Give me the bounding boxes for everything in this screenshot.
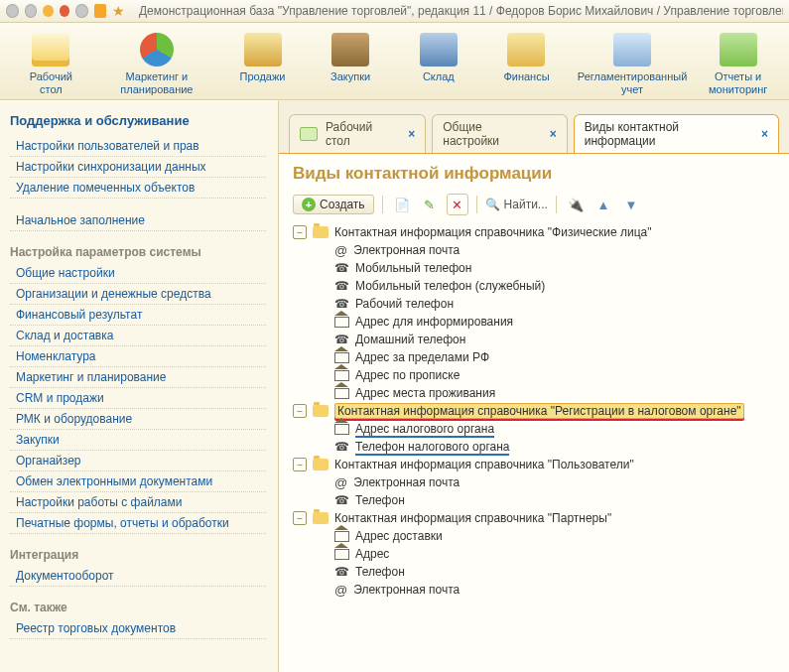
folder-icon xyxy=(313,512,329,524)
sidebar-link-param-2[interactable]: Финансовый результат xyxy=(10,305,266,326)
nav-purchase[interactable]: Закупки xyxy=(310,27,392,97)
tree-item[interactable]: ☎Телефон xyxy=(315,563,775,581)
tree-label: Мобильный телефон xyxy=(355,261,471,275)
tree-item[interactable]: Адрес за пределами РФ xyxy=(315,348,775,366)
tree-item[interactable]: Адрес xyxy=(315,545,775,563)
phone-icon: ☎ xyxy=(334,279,349,293)
finance-icon xyxy=(507,33,545,67)
page-content: Виды контактной информации + Создать 📄 ✎… xyxy=(279,153,789,672)
tree-item[interactable]: Адрес по прописке xyxy=(315,366,775,384)
delete-button[interactable]: ✕ xyxy=(447,194,468,215)
sidebar-link-param-1[interactable]: Организации и денежные средства xyxy=(10,284,266,305)
window-close[interactable] xyxy=(60,5,70,17)
separator xyxy=(382,196,383,213)
copy-button[interactable]: 📄 xyxy=(391,194,413,215)
nav-label: Финансы xyxy=(486,70,567,83)
tree-item[interactable]: ☎Мобильный телефон xyxy=(315,259,775,277)
tree-label: Контактная информация справочника "Регис… xyxy=(334,403,744,419)
phone-icon: ☎ xyxy=(334,297,349,311)
nav-finance[interactable]: Финансы xyxy=(485,27,568,97)
tree-item[interactable]: Адрес для информирования xyxy=(315,313,775,331)
tree-toggle[interactable]: – xyxy=(293,404,307,418)
tree-label: Электронная почта xyxy=(353,475,460,489)
tab-close-icon[interactable]: × xyxy=(408,127,415,141)
sidebar-link-param-11[interactable]: Настройки работы с файлами xyxy=(10,492,266,513)
sidebar-link-top-2[interactable]: Удаление помеченных объектов xyxy=(10,178,266,199)
tree-item[interactable]: @Электронная почта xyxy=(315,473,775,491)
tree-item[interactable]: @Электронная почта xyxy=(315,581,775,599)
tab-close-icon[interactable]: × xyxy=(761,127,768,141)
nav-stock[interactable]: Склад xyxy=(397,27,479,97)
tree-item[interactable]: Адрес доставки xyxy=(315,527,775,545)
sidebar: Поддержка и обслуживание Настройки польз… xyxy=(0,100,279,672)
main-toolbar: РабочийстолМаркетинг ипланированиеПродаж… xyxy=(0,23,789,100)
separator xyxy=(476,196,477,213)
sidebar-link-top-0[interactable]: Настройки пользователей и прав xyxy=(10,136,266,157)
move-down-button[interactable]: ▼ xyxy=(620,194,642,215)
tree-toggle[interactable]: – xyxy=(293,511,307,525)
tree-item[interactable]: ☎Рабочий телефон xyxy=(315,295,775,313)
tree-item[interactable]: ☎Домашний телефон xyxy=(315,331,775,348)
tree-item[interactable]: Адрес налогового органа xyxy=(315,420,775,438)
tree-label: Электронная почта xyxy=(353,583,460,597)
tree-label: Телефон налогового органа xyxy=(355,440,509,454)
tree-item[interactable]: ☎Мобильный телефон (служебный) xyxy=(315,277,775,295)
sidebar-link-param-8[interactable]: Закупки xyxy=(10,430,266,451)
tree-item[interactable]: ☎Телефон налогового органа xyxy=(315,438,775,456)
window-button[interactable] xyxy=(75,4,88,18)
link-button[interactable]: 🔌 xyxy=(565,194,587,215)
nav-reg[interactable]: Регламентированныйучет xyxy=(574,27,692,97)
sidebar-link-param-10[interactable]: Обмен электронными документами xyxy=(10,471,266,492)
sidebar-link-init[interactable]: Начальное заполнение xyxy=(10,210,266,231)
tree-label: Мобильный телефон (служебный) xyxy=(355,279,545,293)
tree-item[interactable]: @Электронная почта xyxy=(315,241,775,259)
tree-label: Адрес xyxy=(355,547,389,561)
sidebar-link-param-6[interactable]: CRM и продажи xyxy=(10,388,266,409)
mail-icon: @ xyxy=(334,243,347,258)
tree-view[interactable]: –Контактная информация справочника "Физи… xyxy=(293,223,775,599)
window-button[interactable] xyxy=(25,4,38,18)
sidebar-link-param-9[interactable]: Органайзер xyxy=(10,451,266,471)
tree-folder[interactable]: –Контактная информация справочника "Парт… xyxy=(293,509,775,527)
tab-close-icon[interactable]: × xyxy=(550,127,557,141)
tree-toggle[interactable]: – xyxy=(293,225,307,239)
mail-icon: @ xyxy=(334,583,347,598)
address-icon xyxy=(334,370,349,381)
window-button[interactable] xyxy=(6,4,19,18)
sidebar-link-param-3[interactable]: Склад и доставка xyxy=(10,326,266,346)
tree-folder[interactable]: –Контактная информация справочника "Реги… xyxy=(293,402,775,420)
nav-desk[interactable]: Рабочийстол xyxy=(10,27,92,97)
separator xyxy=(556,196,557,213)
address-icon xyxy=(334,424,349,435)
sidebar-link-param-5[interactable]: Маркетинг и планирование xyxy=(10,367,266,388)
tab-desk[interactable]: Рабочий стол× xyxy=(289,114,426,153)
home-icon[interactable] xyxy=(94,4,106,18)
star-icon[interactable]: ★ xyxy=(112,3,125,19)
sidebar-link-see-0[interactable]: Реестр торговых документов xyxy=(10,618,266,639)
nav-reports[interactable]: Отчеты имониторинг xyxy=(697,27,779,97)
move-up-button[interactable]: ▲ xyxy=(592,194,614,215)
tab-contacts[interactable]: Виды контактной информации× xyxy=(574,114,779,153)
sidebar-link-param-12[interactable]: Печатные формы, отчеты и обработки xyxy=(10,513,266,534)
sidebar-link-int-0[interactable]: Документооборот xyxy=(10,566,266,587)
tab-general[interactable]: Общие настройки× xyxy=(432,114,568,153)
sidebar-link-param-0[interactable]: Общие настройки xyxy=(10,263,266,284)
tree-toggle[interactable]: – xyxy=(293,458,307,471)
nav-marketing[interactable]: Маркетинг ипланирование xyxy=(98,27,216,97)
folder-icon xyxy=(313,459,329,470)
tree-label: Контактная информация справочника "Партн… xyxy=(334,511,611,525)
sidebar-link-top-1[interactable]: Настройки синхронизации данных xyxy=(10,157,266,178)
tree-item[interactable]: Адрес места проживания xyxy=(315,384,775,402)
window-minimize[interactable] xyxy=(43,5,54,17)
sidebar-link-param-4[interactable]: Номенклатура xyxy=(10,346,266,367)
sidebar-link-param-7[interactable]: РМК и оборудование xyxy=(10,409,266,430)
tree-folder[interactable]: –Контактная информация справочника "Поль… xyxy=(293,456,775,473)
edit-button[interactable]: ✎ xyxy=(419,194,441,215)
window-titlebar: ★ Демонстрационная база "Управление торг… xyxy=(0,0,789,23)
tree-folder[interactable]: –Контактная информация справочника "Физи… xyxy=(293,223,775,241)
nav-sales[interactable]: Продажи xyxy=(221,27,304,97)
create-button[interactable]: + Создать xyxy=(293,195,374,214)
tree-item[interactable]: ☎Телефон xyxy=(315,491,775,509)
find-button[interactable]: 🔍 Найти... xyxy=(485,198,548,211)
address-icon xyxy=(334,388,349,399)
